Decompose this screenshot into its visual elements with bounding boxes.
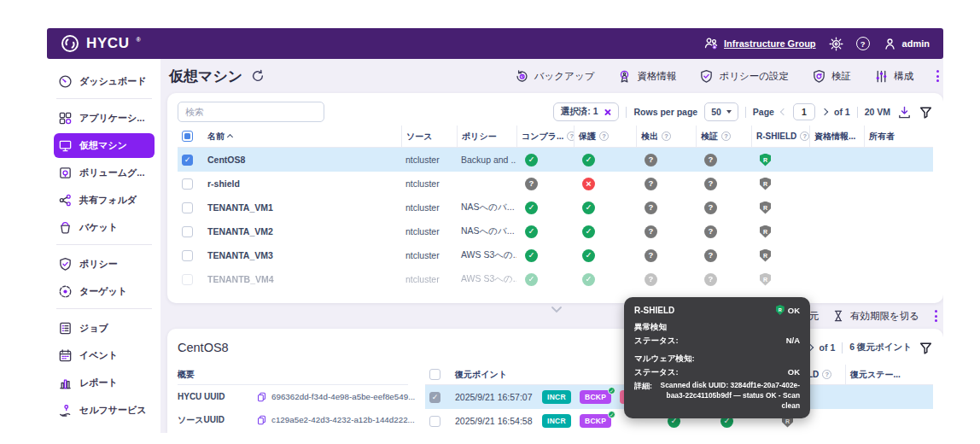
- vm-credentials-cell: [809, 243, 864, 267]
- user-menu[interactable]: admin: [883, 37, 930, 51]
- rows-per-page-select[interactable]: 50: [704, 102, 738, 121]
- page-input[interactable]: [793, 103, 815, 120]
- configure-button[interactable]: 構成: [874, 69, 913, 84]
- row-checkbox[interactable]: [182, 178, 193, 190]
- row-checkbox[interactable]: [182, 250, 193, 261]
- status-ok-icon: [525, 249, 538, 262]
- table-row[interactable]: TENANTA_VM1 ntcluster NASへのバ...: [178, 196, 933, 219]
- overview-table: 概要 HYCU UUID 696362dd-f34d-4e98-a5be-eef…: [178, 365, 408, 433]
- header-credentials[interactable]: 資格情報...: [809, 126, 864, 147]
- targets-icon: [58, 284, 73, 299]
- table-row[interactable]: r-shield ntcluster: [178, 172, 933, 196]
- set-policy-button[interactable]: ポリシーの設定: [699, 69, 789, 84]
- title-row: 仮想マシン バックアップ 資格情報 ポリシーの設定 検証: [167, 59, 943, 93]
- filter-funnel-icon[interactable]: [919, 105, 933, 120]
- restore-filter-funnel-icon[interactable]: [919, 341, 933, 355]
- page-prev-icon[interactable]: [780, 108, 787, 115]
- sidebar-item-shared-folders[interactable]: 共有フォルダ: [54, 188, 155, 213]
- export-download-icon[interactable]: [897, 105, 912, 120]
- sidebar-item-reports[interactable]: レポート: [54, 371, 155, 395]
- info-icon: [822, 370, 831, 379]
- table-row[interactable]: TENANTA_VM3 ntcluster AWS S3への...: [178, 243, 933, 267]
- row-checkbox[interactable]: [429, 416, 440, 427]
- row-checkbox[interactable]: [182, 155, 193, 166]
- vm-name-cell: TENANTA_VM1: [203, 196, 401, 219]
- applications-icon: [58, 111, 73, 126]
- rshield-unknown-icon[interactable]: [760, 202, 771, 214]
- anomaly-heading: 異常検知: [634, 322, 800, 333]
- sidebar-item-targets[interactable]: ターゲット: [54, 279, 155, 304]
- vm-owner-cell: [864, 196, 933, 219]
- settings-gear-icon[interactable]: [829, 37, 843, 51]
- sidebar-divider: [56, 98, 152, 99]
- clear-selection-icon[interactable]: [604, 108, 611, 116]
- vm-overflow-menu-icon[interactable]: [934, 67, 942, 85]
- row-checkbox[interactable]: [182, 226, 193, 237]
- header-name[interactable]: 名前: [203, 126, 401, 147]
- page-label: Page: [753, 107, 774, 117]
- status-unknown-icon: [704, 154, 717, 166]
- hycu-logo-icon: [61, 34, 79, 53]
- sidebar-item-events[interactable]: イベント: [54, 343, 155, 368]
- table-row[interactable]: TENANTB_VM4 ntcluster AWS S3への...: [178, 267, 933, 291]
- status-unknown-icon: [645, 249, 657, 262]
- header-policy[interactable]: ポリシー: [457, 126, 516, 147]
- sort-asc-icon: [227, 134, 233, 140]
- restore-overflow-menu-icon[interactable]: [932, 307, 940, 324]
- sidebar-item-buckets[interactable]: バケット: [54, 215, 155, 240]
- status-unknown-icon: [645, 202, 657, 214]
- header-owner[interactable]: 所有者: [864, 126, 933, 147]
- header-restore-status[interactable]: 復元ステー...: [845, 365, 933, 384]
- sidebar-item-applications[interactable]: アプリケーシ...: [54, 106, 155, 131]
- copy-icon[interactable]: [256, 391, 267, 403]
- row-checkbox[interactable]: [429, 392, 440, 403]
- restore-select-all-checkbox[interactable]: [429, 369, 440, 380]
- header-source[interactable]: ソース: [401, 126, 457, 147]
- refresh-icon[interactable]: [251, 69, 265, 83]
- header-rshield[interactable]: R-SHIELD: [751, 126, 809, 147]
- sidebar-item-virtual-machines[interactable]: 仮想マシン: [54, 133, 155, 158]
- collapse-chevron-icon[interactable]: [550, 306, 563, 314]
- verify-button[interactable]: 検証: [812, 69, 851, 84]
- backup-button[interactable]: バックアップ: [515, 69, 595, 84]
- page-next-icon[interactable]: [821, 108, 828, 115]
- detail-header-row: CentOS8 of 1 6 復元ポイント: [178, 337, 933, 358]
- detail-label: 詳細:: [634, 381, 655, 411]
- infrastructure-group-link[interactable]: Infrastructure Group: [703, 36, 816, 51]
- copy-icon[interactable]: [256, 414, 267, 426]
- header-protection[interactable]: 保護: [574, 126, 636, 147]
- help-icon[interactable]: [856, 37, 870, 50]
- vm-credentials-cell: [809, 267, 864, 291]
- selected-chip[interactable]: 選択済: 1: [553, 102, 620, 121]
- sidebar-item-jobs[interactable]: ジョブ: [54, 316, 155, 341]
- table-row[interactable]: TENANTA_VM2 ntcluster NASへのバ...: [178, 219, 933, 243]
- search-input[interactable]: [178, 102, 324, 122]
- vm-owner-cell: [864, 172, 933, 196]
- status-ok-icon: [582, 225, 595, 238]
- status-ok-icon: [525, 154, 538, 166]
- overview-label: ソースUUID: [178, 414, 256, 426]
- header-detection[interactable]: 検出: [636, 126, 696, 147]
- rshield-unknown-icon[interactable]: [760, 273, 771, 286]
- table-row[interactable]: CentOS8 ntcluster Backup and ...: [178, 148, 933, 172]
- badge-bckp: BCKP: [580, 390, 611, 404]
- sidebar-item-self-service[interactable]: セルフサービス: [54, 398, 155, 423]
- detail-title: CentOS8: [178, 341, 229, 354]
- rshield-unknown-icon[interactable]: [760, 249, 771, 262]
- select-all-checkbox[interactable]: [182, 131, 193, 142]
- credentials-button[interactable]: 資格情報: [617, 69, 676, 84]
- select-all-cell: [178, 126, 203, 147]
- header-compliance[interactable]: コンプラ...: [516, 126, 574, 147]
- header-verification[interactable]: 検証: [696, 126, 751, 147]
- sidebar-item-volume-groups[interactable]: ボリュームグ...: [54, 161, 155, 185]
- badge-check-icon: [608, 411, 615, 418]
- row-checkbox[interactable]: [182, 274, 193, 285]
- sidebar-item-dashboard[interactable]: ダッシュボード: [54, 69, 155, 94]
- row-checkbox[interactable]: [182, 202, 193, 213]
- expire-button[interactable]: 有効期限を切る: [831, 309, 919, 323]
- rshield-unknown-icon[interactable]: [760, 225, 771, 238]
- rshield-ok-icon[interactable]: [760, 154, 771, 166]
- rshield-unknown-icon[interactable]: [760, 178, 771, 190]
- header-restore-point[interactable]: 復元ポイント: [451, 365, 538, 384]
- sidebar-item-policies[interactable]: ポリシー: [54, 252, 155, 277]
